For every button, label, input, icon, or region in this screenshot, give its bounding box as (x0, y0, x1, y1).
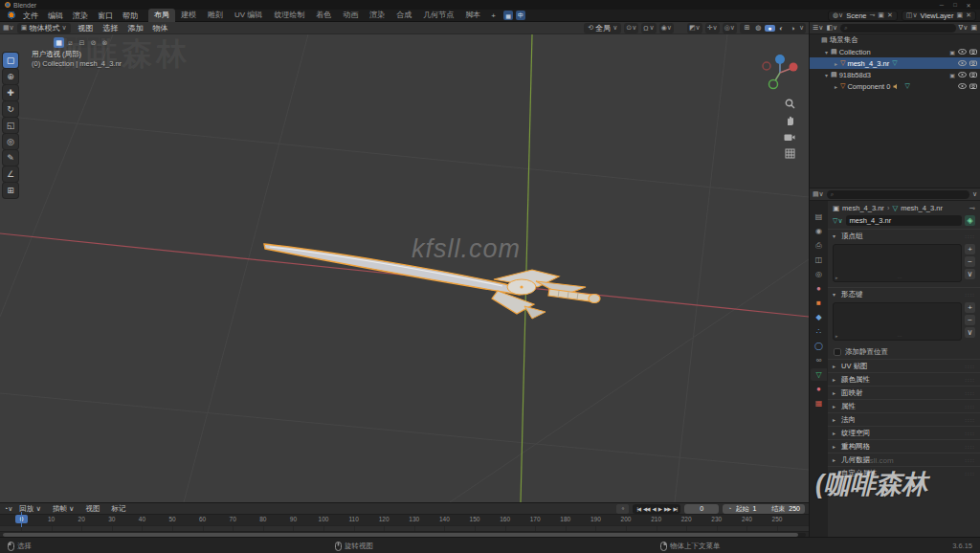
eye-icon[interactable] (958, 49, 967, 55)
outliner-filter-icon[interactable]: ∇∨ (959, 24, 969, 32)
properties-tab-texture[interactable]: ▦ (811, 397, 827, 409)
camera-icon[interactable] (969, 60, 977, 66)
remove-item-button[interactable]: − (965, 256, 975, 267)
outliner-search-input[interactable]: ⌕ (840, 24, 955, 33)
jump-to-start-button[interactable]: |◀ (635, 506, 641, 512)
workspace-tab-雕刻[interactable]: 雕刻 (202, 9, 229, 22)
play-reverse-button[interactable]: ◀ (652, 506, 657, 512)
timeline-menu-回放[interactable]: 回放 ∨ (14, 504, 46, 514)
measure-tool[interactable]: ∠ (3, 166, 18, 182)
gizmo-y-axis[interactable] (769, 80, 778, 89)
ime-indicator[interactable]: 中 (516, 11, 525, 20)
workspace-tab-脚本[interactable]: 脚本 (459, 9, 486, 22)
camera-view-icon[interactable] (784, 133, 795, 142)
properties-tab-world[interactable]: ● (811, 282, 827, 295)
material-shading-button[interactable]: ◐ (776, 25, 787, 32)
annotate-tool[interactable]: ✎ (3, 150, 18, 166)
jump-to-end-button[interactable]: ▶| (673, 506, 679, 512)
panel-expand-caret[interactable]: ▸ (833, 376, 841, 383)
timeline-menu-插帧[interactable]: 插帧 ∨ (48, 504, 79, 514)
panel-header-颜色属性[interactable]: ▸颜色属性:::: (828, 372, 980, 386)
timeline-track[interactable] (0, 525, 809, 532)
move-tool[interactable]: ✚ (3, 85, 18, 100)
exclude-checkbox-icon[interactable]: ▣ (949, 72, 955, 78)
pin-icon[interactable]: ⊸ (969, 204, 975, 212)
properties-tab-render[interactable]: ◉ (811, 225, 827, 237)
expand-caret[interactable]: ▸ (832, 60, 840, 67)
eye-icon[interactable] (958, 72, 967, 77)
menu-文件[interactable]: 文件 (18, 11, 43, 21)
remove-item-button[interactable]: − (965, 315, 975, 325)
menu-帮助[interactable]: 帮助 (118, 11, 143, 21)
gizmo-z-axis[interactable] (775, 55, 785, 64)
frame-range-fields[interactable]: ◔ 起始1 结束250 (723, 504, 805, 514)
fake-user-button[interactable]: ◈ (965, 215, 975, 226)
outliner-row-mesh_4_3.nr[interactable]: ▸▽mesh_4_3.nr▽ (810, 57, 980, 69)
viewport-menu-视图[interactable]: 视图 (74, 23, 99, 33)
keyboard-icon[interactable]: ▦ (503, 11, 513, 20)
panel-header-顶点组[interactable]: ▾顶点组:::: (828, 229, 980, 242)
new-viewlayer-icon[interactable]: ▣ (957, 11, 964, 19)
rotate-tool[interactable]: ↻ (3, 101, 18, 117)
new-collection-icon[interactable]: ▣ (970, 24, 977, 32)
panel-header-面映射[interactable]: ▸面映射:::: (828, 386, 980, 399)
prev-keyframe-button[interactable]: ◀◀ (642, 506, 650, 512)
viewport-canvas[interactable] (0, 34, 809, 502)
panel-expand-caret[interactable]: ▾ (833, 291, 841, 298)
snap-magnet-toggle[interactable]: Ω∨ (641, 23, 656, 33)
scene-selector[interactable]: ◍∨ Scene ⊸ ▣ ✕ (828, 11, 898, 21)
next-keyframe-button[interactable]: ▶▶ (663, 506, 671, 512)
menu-编辑[interactable]: 编辑 (43, 11, 68, 21)
properties-tab-material[interactable]: ● (811, 383, 827, 395)
properties-options-icon[interactable]: ∨ (972, 190, 977, 198)
gizmos-dropdown[interactable]: ✛∨ (705, 23, 720, 33)
expand-caret[interactable]: ▾ (822, 49, 831, 55)
cursor-tool[interactable]: ⊕ (3, 69, 18, 84)
workspace-tab-渲染[interactable]: 渲染 (364, 9, 390, 22)
proportional-editing-toggle[interactable]: ◉∨ (659, 23, 674, 33)
properties-tab-view-layer[interactable]: ◫ (811, 254, 827, 266)
panel-expand-caret[interactable]: ▸ (833, 403, 841, 409)
viewlayer-selector[interactable]: ◫∨ ViewLayer ▣ ✕ (902, 11, 976, 21)
list-box[interactable]: ▸⋯ (833, 302, 962, 341)
panel-expand-caret[interactable]: ▸ (833, 443, 841, 450)
overlays-dropdown[interactable]: ◎∨ (723, 23, 737, 33)
remove-viewlayer-icon[interactable]: ✕ (966, 11, 971, 19)
rendered-shading-button[interactable]: ◑ (788, 25, 798, 32)
panel-expand-caret[interactable]: ▸ (833, 363, 841, 369)
properties-tab-output[interactable]: ⎙ (811, 239, 827, 252)
timeline-menu-视图[interactable]: 视图 (81, 504, 105, 514)
minimize-button[interactable]: ─ (935, 2, 948, 8)
panel-header-自定义属性[interactable]: ▸自定义属性:::: (828, 466, 980, 479)
properties-tab-object[interactable]: ■ (811, 297, 827, 309)
breadcrumb-data[interactable]: mesh_4_3.nr (901, 204, 943, 212)
workspace-tab-布局[interactable]: 布局 (148, 9, 175, 22)
panel-expand-caret[interactable]: ▸ (833, 470, 841, 476)
properties-tab-constraints[interactable]: ∞ (811, 354, 827, 366)
panel-expand-caret[interactable]: ▸ (833, 416, 841, 423)
breadcrumb-object[interactable]: mesh_4_3.nr (842, 204, 884, 212)
pin-scene-icon[interactable]: ⊸ (869, 11, 875, 19)
camera-icon[interactable] (969, 83, 977, 89)
list-corner-handle[interactable]: ▸ (835, 275, 838, 280)
maximize-button[interactable]: □ (948, 2, 962, 8)
outliner-display-mode-icon[interactable]: ◧∨ (826, 24, 837, 32)
gizmo-x-axis[interactable] (790, 63, 798, 72)
panel-header-几何数据[interactable]: ▸几何数据:::: (828, 453, 980, 466)
unlink-scene-icon[interactable]: ✕ (887, 11, 893, 19)
add-item-button[interactable]: + (965, 244, 975, 254)
menu-窗口[interactable]: 窗口 (93, 11, 118, 21)
outliner-row-场景集合[interactable]: ▤场景集合 (810, 34, 980, 46)
panel-expand-caret[interactable]: ▸ (833, 389, 841, 396)
panel-header-纹理空间[interactable]: ▸纹理空间:::: (828, 426, 980, 439)
panel-header-UV 贴图[interactable]: ▸UV 贴图:::: (828, 359, 980, 372)
list-specials-button[interactable]: ∨ (965, 269, 975, 279)
pan-hand-icon[interactable] (785, 116, 795, 126)
menu-渲染[interactable]: 渲染 (68, 11, 93, 21)
properties-tab-physics[interactable]: ◯ (811, 340, 827, 352)
list-corner-handle[interactable]: ▸ (835, 333, 838, 339)
current-frame-field[interactable]: 0 (684, 504, 719, 514)
outliner-row-Component 0[interactable]: ▸▽Component 0▽ (810, 80, 980, 92)
list-specials-button[interactable]: ∨ (965, 327, 975, 338)
add-cube-tool[interactable]: ⊞ (3, 183, 18, 198)
